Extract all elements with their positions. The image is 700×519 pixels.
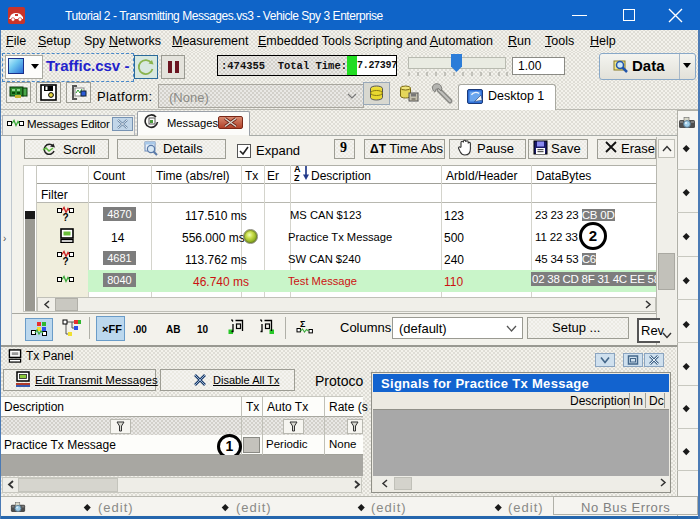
svg-text:?: ? xyxy=(63,256,69,266)
svg-text:?: ? xyxy=(63,212,69,222)
svg-text:Σ: Σ xyxy=(300,319,306,329)
svg-text:Z: Z xyxy=(294,173,300,182)
